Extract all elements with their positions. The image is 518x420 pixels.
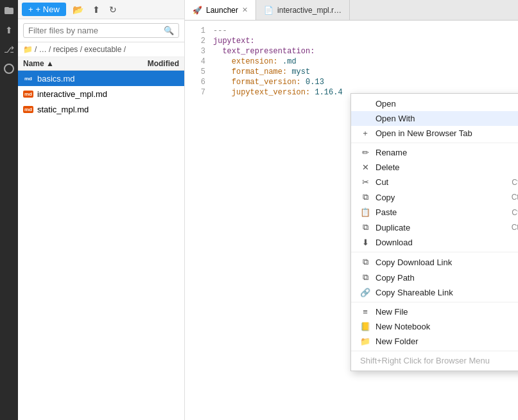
file-toolbar: + + New 📂 ⬆ ↻ bbox=[18, 0, 184, 19]
ctx-open-label: Open bbox=[376, 99, 396, 109]
ctx-open[interactable]: Open bbox=[351, 96, 518, 111]
tab-launcher[interactable]: 🚀 Launcher ✕ bbox=[185, 0, 256, 20]
ctx-new-folder[interactable]: 📁 New Folder bbox=[351, 334, 518, 349]
new-button[interactable]: + + New bbox=[22, 3, 66, 16]
ctx-copy-icon: ⧉ bbox=[360, 192, 370, 202]
sidebar: ⬆ ⎇ bbox=[0, 0, 18, 420]
ctx-delete-label: Delete bbox=[376, 162, 400, 172]
ctx-open-with-label: Open With bbox=[376, 114, 415, 123]
code-line-4: 4 extension: .md bbox=[185, 57, 518, 67]
folder-icon-btn[interactable]: 📂 bbox=[70, 3, 86, 16]
ctx-new-nb-icon: 📒 bbox=[360, 322, 370, 331]
new-button-label: + New bbox=[36, 4, 60, 14]
file-name-interactive: interactive_mpl.md bbox=[37, 89, 107, 99]
file-item-basics[interactable]: md basics.md bbox=[18, 71, 184, 86]
ctx-rename[interactable]: ✏ Rename F2 bbox=[351, 145, 518, 160]
tab-launcher-icon: 🚀 bbox=[193, 6, 202, 15]
ctx-cut-shortcut: Ctrl+X bbox=[512, 178, 518, 187]
ctx-new-folder-label: New Folder bbox=[376, 337, 418, 346]
main-area: 🚀 Launcher ✕ 📄 interactive_mpl.r… 1 --- … bbox=[185, 0, 518, 420]
ctx-sep-2 bbox=[351, 252, 518, 252]
ctx-cut-label: Cut bbox=[376, 177, 388, 187]
ctx-copy-label: Copy bbox=[376, 193, 395, 202]
ctx-cut-icon: ✂ bbox=[360, 177, 370, 187]
ctx-delete[interactable]: ✕ Delete Del bbox=[351, 160, 518, 175]
ctx-open-new-tab[interactable]: + Open in New Browser Tab bbox=[351, 126, 518, 141]
search-input-wrap: 🔍 bbox=[23, 23, 179, 38]
plus-icon: + bbox=[28, 4, 33, 14]
code-line-1: 1 --- bbox=[185, 26, 518, 36]
ctx-footer: Shift+Right Click for Browser Menu bbox=[351, 353, 518, 368]
tab-bar: 🚀 Launcher ✕ 📄 interactive_mpl.r… bbox=[185, 0, 518, 21]
ctx-copy-dl-icon: ⧉ bbox=[360, 257, 370, 267]
context-menu: Open Open With ▶ 📒 Notebook Editor Markd… bbox=[350, 93, 518, 371]
ctx-new-file-icon: ≡ bbox=[360, 307, 370, 317]
file-icon-static: md bbox=[23, 104, 33, 114]
ctx-delete-icon: ✕ bbox=[360, 162, 370, 172]
ctx-copy[interactable]: ⧉ Copy Ctrl+C bbox=[351, 189, 518, 205]
ctx-sep-1 bbox=[351, 143, 518, 143]
ctx-paste[interactable]: 📋 Paste Ctrl+V bbox=[351, 205, 518, 220]
file-name-static: static_mpl.md bbox=[37, 105, 89, 114]
col-modified-header: Modified bbox=[128, 59, 179, 68]
file-icon-basics: md bbox=[23, 73, 33, 83]
sidebar-git-icon[interactable]: ⎇ bbox=[2, 42, 16, 57]
ctx-new-folder-icon: 📁 bbox=[360, 337, 370, 346]
ctx-copy-shortcut: Ctrl+C bbox=[512, 193, 518, 202]
ctx-new-notebook[interactable]: 📒 New Notebook bbox=[351, 319, 518, 334]
code-line-2: 2 jupytext: bbox=[185, 36, 518, 46]
ctx-open-new-tab-label: Open in New Browser Tab bbox=[376, 128, 472, 138]
ctx-copy-share-icon: 🔗 bbox=[360, 288, 370, 297]
folder-breadcrumb-icon: 📁 bbox=[23, 45, 33, 54]
ctx-download[interactable]: ⬇ Download bbox=[351, 235, 518, 250]
tab-interactive-icon: 📄 bbox=[264, 6, 273, 15]
sidebar-folder-icon[interactable] bbox=[2, 4, 16, 18]
ctx-download-icon: ⬇ bbox=[360, 238, 370, 247]
ctx-copy-shareable[interactable]: 🔗 Copy Shareable Link bbox=[351, 285, 518, 300]
ctx-copy-path-label: Copy Path bbox=[376, 273, 415, 283]
file-list-header: Name ▲ Modified bbox=[18, 57, 184, 71]
tab-launcher-close[interactable]: ✕ bbox=[242, 6, 248, 14]
sidebar-extensions-icon[interactable] bbox=[2, 62, 16, 76]
search-input[interactable] bbox=[28, 26, 164, 35]
tab-interactive-label: interactive_mpl.r… bbox=[277, 6, 341, 15]
upload-icon-btn[interactable]: ⬆ bbox=[90, 3, 103, 16]
ctx-cut[interactable]: ✂ Cut Ctrl+X bbox=[351, 175, 518, 189]
ctx-rename-icon: ✏ bbox=[360, 148, 370, 157]
file-name-basics: basics.md bbox=[37, 74, 75, 83]
ctx-new-nb-label: New Notebook bbox=[376, 322, 430, 331]
ctx-open-new-tab-icon: + bbox=[360, 128, 370, 138]
ctx-duplicate-shortcut: Ctrl+D bbox=[512, 223, 518, 232]
ctx-sep-3 bbox=[351, 302, 518, 302]
code-line-6: 6 format_version: 0.13 bbox=[185, 77, 518, 87]
ctx-copy-share-label: Copy Shareable Link bbox=[376, 288, 453, 297]
breadcrumb-text: / … / recipes / executable / bbox=[35, 45, 126, 54]
ctx-duplicate-icon: ⧉ bbox=[360, 222, 370, 232]
tab-interactive[interactable]: 📄 interactive_mpl.r… bbox=[256, 0, 350, 20]
file-icon-interactive: md bbox=[23, 89, 33, 99]
ctx-paste-label: Paste bbox=[376, 207, 397, 217]
file-list: md basics.md md interactive_mpl.md md st… bbox=[18, 71, 184, 117]
ctx-duplicate[interactable]: ⧉ Duplicate Ctrl+D bbox=[351, 220, 518, 235]
ctx-rename-label: Rename bbox=[376, 148, 407, 157]
search-bar: 🔍 bbox=[18, 19, 184, 42]
ctx-copy-path-icon: ⧉ bbox=[360, 272, 370, 283]
col-name-header: Name ▲ bbox=[23, 59, 128, 68]
ctx-copy-download-link[interactable]: ⧉ Copy Download Link bbox=[351, 254, 518, 270]
ctx-sep-4 bbox=[351, 351, 518, 351]
ctx-paste-shortcut: Ctrl+V bbox=[512, 208, 518, 217]
file-item-static[interactable]: md static_mpl.md bbox=[18, 101, 184, 117]
ctx-open-with[interactable]: Open With ▶ 📒 Notebook Editor Markdown P… bbox=[351, 111, 518, 126]
ctx-copy-path[interactable]: ⧉ Copy Path bbox=[351, 270, 518, 285]
tab-launcher-label: Launcher bbox=[206, 6, 238, 15]
sidebar-upload-icon[interactable]: ⬆ bbox=[2, 23, 16, 37]
refresh-icon-btn[interactable]: ↻ bbox=[107, 3, 119, 16]
ctx-new-file[interactable]: ≡ New File bbox=[351, 304, 518, 319]
ctx-new-file-label: New File bbox=[376, 307, 408, 317]
ctx-download-label: Download bbox=[376, 238, 413, 247]
code-line-3: 3 text_representation: bbox=[185, 46, 518, 57]
breadcrumb: 📁 / … / recipes / executable / bbox=[18, 42, 184, 57]
file-item-interactive[interactable]: md interactive_mpl.md bbox=[18, 86, 184, 101]
code-line-5: 5 format_name: myst bbox=[185, 67, 518, 77]
ctx-footer-label: Shift+Right Click for Browser Menu bbox=[360, 356, 490, 365]
